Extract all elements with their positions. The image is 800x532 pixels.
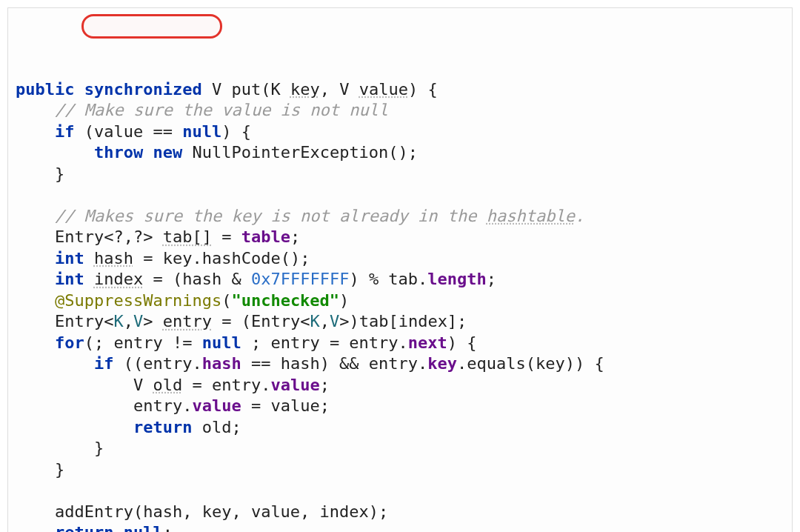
code-line-20 bbox=[16, 481, 25, 499]
param-value: value bbox=[359, 80, 408, 99]
call-addentry: addEntry(hash, key, value, index); bbox=[55, 502, 388, 521]
kw-if: if bbox=[55, 122, 75, 141]
highlight-ring bbox=[81, 14, 222, 39]
code-line-17: return old; bbox=[16, 418, 241, 436]
kw-public: public bbox=[16, 80, 74, 99]
g: K bbox=[310, 312, 319, 330]
param-key: key bbox=[290, 80, 320, 99]
code-editor: public synchronized V put(K key, V value… bbox=[7, 7, 793, 532]
field-hash: hash bbox=[202, 354, 241, 373]
g: > bbox=[339, 312, 349, 330]
code-line-12: Entry<K,V> entry = (Entry<K,V>)tab[index… bbox=[16, 312, 467, 330]
type-entry: Entry bbox=[251, 312, 300, 330]
sc: ; bbox=[290, 227, 300, 246]
kw-return: return bbox=[133, 418, 192, 436]
p: ) % tab. bbox=[349, 270, 427, 288]
sc: ; bbox=[487, 270, 496, 288]
code-line-14: if ((entry.hash == hash) && entry.key.eq… bbox=[16, 354, 604, 373]
p: (; entry != bbox=[84, 333, 202, 352]
kw-null: null bbox=[113, 523, 162, 532]
field-value: value bbox=[270, 376, 319, 394]
kw-new: new bbox=[153, 143, 182, 162]
g: V bbox=[330, 312, 339, 330]
expr: old; bbox=[192, 418, 241, 436]
field-value: value bbox=[192, 396, 241, 415]
p: ) { bbox=[447, 333, 477, 352]
sc: ; bbox=[163, 523, 173, 532]
param-type-v: V bbox=[339, 80, 349, 99]
field-length: length bbox=[427, 270, 486, 288]
string: "unchecked" bbox=[231, 291, 339, 310]
kw-null: null bbox=[182, 122, 221, 141]
eq: = ( bbox=[212, 312, 251, 330]
code-line-22: return null; bbox=[16, 523, 173, 532]
comment: // Makes sure the key is not already in … bbox=[55, 207, 487, 225]
brace: { bbox=[427, 80, 437, 99]
var-index: index bbox=[94, 270, 143, 288]
brace: } bbox=[55, 164, 64, 183]
g: K bbox=[113, 312, 123, 330]
expr: entry. bbox=[212, 376, 270, 394]
code-line-15: V old = entry.value; bbox=[16, 376, 330, 394]
rest: (); bbox=[388, 143, 418, 162]
eq: = bbox=[182, 376, 212, 394]
code-line-21: addEntry(hash, key, value, index); bbox=[16, 502, 388, 521]
code-line-19: } bbox=[16, 460, 64, 479]
kw-for: for bbox=[55, 333, 84, 352]
code-line-16: entry.value = value; bbox=[16, 396, 330, 415]
code-line-10: int index = (hash & 0x7FFFFFFF) % tab.le… bbox=[16, 270, 496, 288]
field-next: next bbox=[408, 333, 447, 352]
rest: )tab[index]; bbox=[349, 312, 467, 330]
kw-int: int bbox=[55, 249, 84, 267]
code-line-18: } bbox=[16, 439, 104, 457]
p: ; entry = entry. bbox=[241, 333, 408, 352]
hex: 0x7FFFFFFF bbox=[251, 270, 349, 288]
kw-synchronized: synchronized bbox=[84, 80, 202, 99]
method-name: put bbox=[231, 80, 261, 99]
comment: // Make sure the value is not null bbox=[55, 101, 388, 119]
var-hash: hash bbox=[94, 249, 133, 267]
code-line-2: // Make sure the value is not null bbox=[16, 101, 388, 119]
code-line-1: public synchronized V put(K key, V value… bbox=[16, 80, 438, 99]
brace: } bbox=[55, 460, 64, 479]
eq: = bbox=[143, 270, 173, 288]
brace: } bbox=[94, 439, 104, 457]
p: ( bbox=[221, 291, 231, 310]
code-line-13: for(; entry != null ; entry = entry.next… bbox=[16, 333, 477, 352]
p: (hash & bbox=[173, 270, 251, 288]
g: V bbox=[133, 312, 143, 330]
code-line-5: } bbox=[16, 164, 64, 183]
type-v: V bbox=[133, 376, 143, 394]
expr: entry. bbox=[133, 396, 192, 415]
g: > bbox=[143, 312, 153, 330]
var-entry: entry bbox=[163, 312, 212, 330]
annotation: @SuppressWarnings bbox=[55, 291, 221, 310]
eq: = bbox=[212, 227, 241, 246]
g: < bbox=[300, 312, 310, 330]
p: == hash) && entry. bbox=[241, 354, 428, 373]
param-type-k: K bbox=[270, 80, 280, 99]
rest: ) { bbox=[221, 122, 251, 141]
return-type: V bbox=[212, 80, 221, 99]
generics: <?,?> bbox=[104, 227, 153, 246]
code-line-8: Entry<?,?> tab[] = table; bbox=[16, 227, 300, 246]
g: , bbox=[124, 312, 133, 330]
p: ) bbox=[339, 291, 349, 310]
kw-int: int bbox=[55, 270, 84, 288]
kw-return: return bbox=[55, 523, 113, 532]
comment-ht: hashtable bbox=[487, 207, 575, 225]
comment: . bbox=[575, 207, 584, 225]
eq: = value; bbox=[241, 396, 330, 415]
field-table: table bbox=[241, 227, 290, 246]
expr: key.hashCode(); bbox=[163, 249, 310, 267]
code-line-4: throw new NullPointerException(); bbox=[16, 143, 418, 162]
eq: = bbox=[133, 249, 163, 267]
field-key: key bbox=[427, 354, 457, 373]
g: < bbox=[104, 312, 113, 330]
code-line-7: // Makes sure the key is not already in … bbox=[16, 207, 584, 225]
type-npe: NullPointerException bbox=[192, 143, 388, 162]
var-tab: tab[] bbox=[163, 227, 212, 246]
kw-if: if bbox=[94, 354, 114, 373]
kw-null: null bbox=[202, 333, 241, 352]
g: , bbox=[320, 312, 330, 330]
